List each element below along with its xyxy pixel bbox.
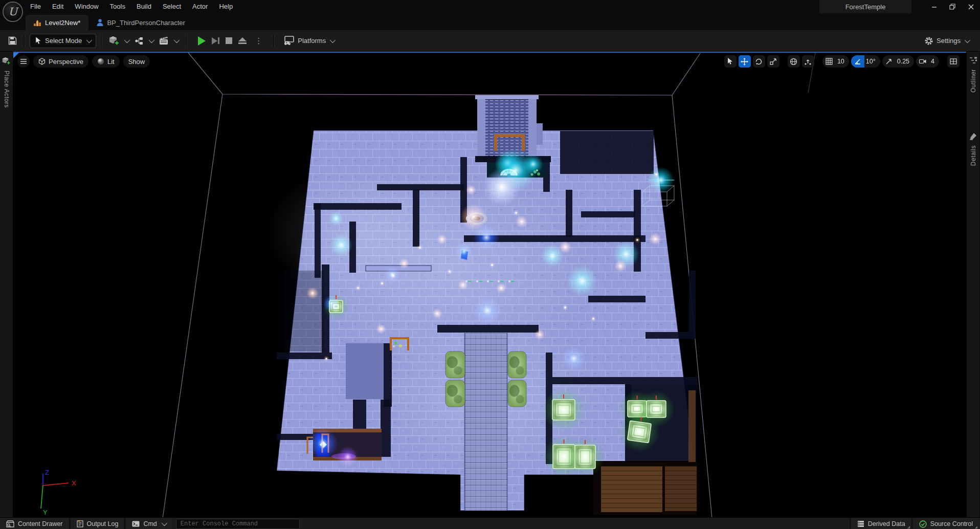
chevron-down-icon xyxy=(149,37,154,42)
status-bar: Content Drawer Output Log Cmd xyxy=(0,517,980,529)
chevron-down-icon xyxy=(86,37,92,42)
eject-icon xyxy=(238,37,247,41)
output-log-label: Output Log xyxy=(87,520,119,527)
rotate-tool-button[interactable] xyxy=(753,55,765,68)
grid-snap-control[interactable]: 10 xyxy=(822,55,849,68)
cinematics-dropdown[interactable] xyxy=(156,34,181,48)
scale-tool-button[interactable] xyxy=(767,55,779,68)
play-controls: ⋮ xyxy=(198,36,264,46)
grid-snap-value: 10 xyxy=(836,58,849,65)
scale-snap-control[interactable]: 0.25 xyxy=(882,55,914,68)
menu-window[interactable]: Window xyxy=(69,0,104,13)
menu-actor[interactable]: Actor xyxy=(187,0,213,13)
play-options-kebab-button[interactable]: ⋮ xyxy=(253,38,264,43)
show-dropdown[interactable]: Show xyxy=(123,55,150,68)
scale-snap-icon xyxy=(882,55,896,68)
settings-dropdown[interactable]: Settings xyxy=(921,34,972,48)
lit-sphere-icon xyxy=(97,58,104,65)
minimize-button[interactable] xyxy=(925,0,943,13)
hamburger-icon xyxy=(20,59,27,64)
save-button[interactable] xyxy=(5,34,20,47)
raised-block xyxy=(346,343,384,399)
quad-view-icon xyxy=(950,58,957,64)
place-actors-strip: Place Actors xyxy=(0,52,13,517)
menu-build[interactable]: Build xyxy=(131,0,157,13)
menu-help[interactable]: Help xyxy=(213,0,238,13)
menu-select[interactable]: Select xyxy=(157,0,187,13)
perspective-label: Perspective xyxy=(49,58,83,65)
close-button[interactable] xyxy=(962,0,980,13)
select-mode-label: Select Mode xyxy=(45,37,82,45)
select-tool-button[interactable] xyxy=(724,55,737,68)
tab-level2new[interactable]: Level2New* xyxy=(26,15,88,30)
derived-data-button[interactable]: Derived Data xyxy=(851,518,911,529)
gizmo-y-label: Y xyxy=(43,509,48,516)
axis-gizmo: Z X Y xyxy=(17,468,84,516)
outliner-tab[interactable]: Outliner xyxy=(970,69,977,93)
menu-bar: File Edit Window Tools Build Select Acto… xyxy=(25,0,238,13)
output-log-button[interactable]: Output Log xyxy=(71,518,125,529)
close-icon xyxy=(968,4,974,10)
surface-snap-button[interactable] xyxy=(802,55,814,68)
place-actors-tab[interactable]: Place Actors xyxy=(3,71,10,108)
details-tab[interactable]: Details xyxy=(970,145,977,166)
cmd-dropdown[interactable]: Cmd xyxy=(126,518,171,529)
camera-icon xyxy=(916,55,929,68)
grid-snap-icon xyxy=(822,55,836,68)
minimize-icon xyxy=(931,4,937,10)
outliner-icon[interactable] xyxy=(969,57,977,64)
frame-skip-icon xyxy=(212,37,217,45)
menu-tools[interactable]: Tools xyxy=(104,0,131,13)
blueprints-icon xyxy=(135,36,145,46)
title-bar: U File Edit Window Tools Build Select Ac… xyxy=(0,0,980,13)
source-control-button[interactable]: Source Control xyxy=(913,518,979,529)
rotation-snap-icon xyxy=(851,55,864,68)
eject-button[interactable] xyxy=(238,37,247,44)
main-toolbar: Select Mode xyxy=(0,30,980,52)
content-drawer-button[interactable]: Content Drawer xyxy=(0,518,69,529)
perspective-dropdown[interactable]: Perspective xyxy=(33,55,88,68)
maximize-viewport-button[interactable] xyxy=(947,55,960,68)
show-label: Show xyxy=(128,58,145,65)
main-area: Place Actors xyxy=(0,52,980,517)
move-tool-button[interactable] xyxy=(739,55,751,68)
settings-label: Settings xyxy=(937,37,961,45)
save-icon xyxy=(8,36,17,45)
stop-button[interactable] xyxy=(226,37,232,44)
chevron-down-icon xyxy=(174,37,180,42)
camera-speed-control[interactable]: 4 xyxy=(916,55,939,68)
platforms-label: Platforms xyxy=(298,37,326,45)
play-button[interactable] xyxy=(198,36,206,46)
lit-dropdown[interactable]: Lit xyxy=(92,55,120,68)
viewport-options-button[interactable] xyxy=(17,55,30,68)
console-command-input[interactable] xyxy=(176,519,300,529)
rotate-icon xyxy=(755,58,763,65)
content-drawer-icon xyxy=(6,520,14,527)
rotation-snap-control[interactable]: 10° xyxy=(851,55,880,68)
eject-icon-bar xyxy=(238,42,247,44)
menu-edit[interactable]: Edit xyxy=(47,0,69,13)
unreal-engine-logo-icon[interactable]: U xyxy=(3,2,23,22)
viewport-toolbar-right: 10 10° xyxy=(724,55,960,68)
tab-bp-thirdpersoncharacter[interactable]: BP_ThirdPersonCharacter xyxy=(88,15,193,30)
platforms-icon xyxy=(282,36,295,46)
world-space-toggle-button[interactable] xyxy=(788,55,800,68)
place-actors-icon[interactable] xyxy=(2,57,11,65)
chevron-down-icon xyxy=(124,37,130,42)
blueprints-dropdown[interactable] xyxy=(131,34,156,48)
select-mode-dropdown[interactable]: Select Mode xyxy=(30,34,96,48)
viewport[interactable]: Perspective Lit Show xyxy=(13,52,966,517)
camera-speed-value: 4 xyxy=(929,58,939,65)
menu-file[interactable]: File xyxy=(25,0,47,13)
level-icon xyxy=(34,19,41,26)
globe-icon xyxy=(790,58,797,65)
perspective-cube-icon xyxy=(38,58,46,65)
add-actor-dropdown[interactable] xyxy=(106,34,131,48)
surface-snap-icon xyxy=(804,58,812,65)
right-panel-strip: Outliner Details xyxy=(966,52,979,517)
frame-skip-button[interactable] xyxy=(212,37,219,45)
details-icon[interactable] xyxy=(969,133,977,140)
restore-button[interactable] xyxy=(943,0,962,13)
cursor-icon xyxy=(35,37,41,45)
platforms-dropdown[interactable]: Platforms xyxy=(279,34,337,48)
